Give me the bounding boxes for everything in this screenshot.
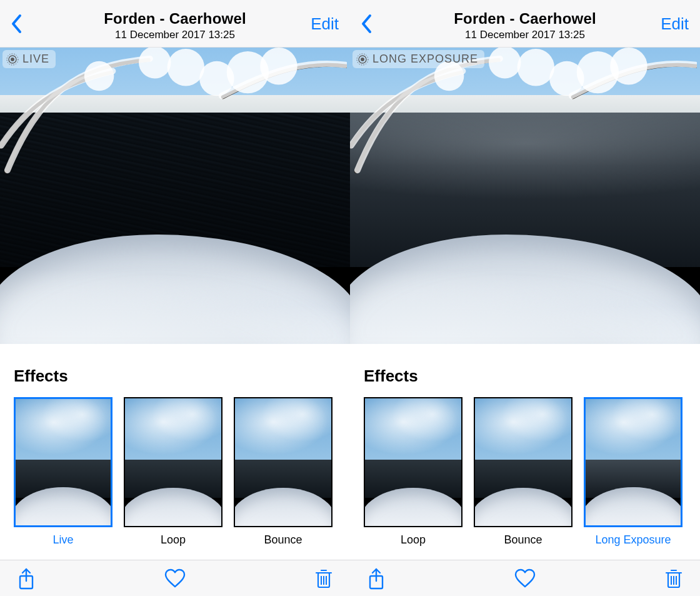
- back-button[interactable]: [9, 11, 24, 36]
- effect-live[interactable]: Live: [14, 397, 112, 547]
- chevron-left-icon: [361, 14, 372, 34]
- effect-label: Loop: [364, 533, 462, 547]
- effect-label: Long Exposure: [584, 533, 682, 547]
- photo-scene: [350, 48, 700, 344]
- effects-row[interactable]: LiveLoopBounceLong Exposure: [14, 397, 336, 547]
- effect-bounce[interactable]: Bounce: [234, 397, 332, 547]
- effect-thumbnail: [14, 397, 112, 527]
- main-photo[interactable]: LIVE: [0, 48, 350, 344]
- live-photo-icon: [6, 53, 19, 66]
- effect-loop[interactable]: Loop: [364, 397, 462, 547]
- page-title: Forden - Caerhowel: [454, 10, 596, 28]
- effect-label: Bounce: [234, 533, 332, 547]
- back-button[interactable]: [359, 11, 374, 36]
- bottom-toolbar: [0, 560, 350, 596]
- bottom-toolbar: [350, 560, 700, 596]
- screenshot-left: Forden - Caerhowel 11 December 2017 13:2…: [0, 0, 350, 596]
- heart-icon: [164, 568, 186, 588]
- live-photo-icon: [356, 53, 369, 66]
- screenshot-right: Forden - Caerhowel 11 December 2017 13:2…: [350, 0, 700, 596]
- effects-heading: Effects: [14, 366, 336, 386]
- share-button[interactable]: [14, 566, 39, 591]
- page-title: Forden - Caerhowel: [104, 10, 246, 28]
- nav-bar: Forden - Caerhowel 11 December 2017 13:2…: [0, 0, 350, 48]
- effect-loop[interactable]: Loop: [124, 397, 222, 547]
- effect-thumbnail: [124, 397, 222, 527]
- live-photo-badge: LIVE: [2, 50, 56, 68]
- share-icon: [18, 567, 35, 590]
- trash-icon: [664, 568, 683, 589]
- effects-section: Effects LiveLoopBounceLong Exposure: [0, 344, 350, 560]
- badge-text: LIVE: [22, 53, 49, 66]
- nav-bar: Forden - Caerhowel 11 December 2017 13:2…: [350, 0, 700, 48]
- live-photo-badge: LONG EXPOSURE: [352, 50, 484, 68]
- heart-icon: [514, 568, 536, 588]
- share-button[interactable]: [364, 566, 389, 591]
- effect-thumbnail: [474, 397, 572, 527]
- effect-thumbnail: [234, 397, 332, 527]
- favorite-button[interactable]: [162, 566, 188, 591]
- page-subtitle: 11 December 2017 13:25: [465, 29, 585, 41]
- delete-button[interactable]: [661, 566, 686, 591]
- main-photo[interactable]: LONG EXPOSURE: [350, 48, 700, 344]
- effect-thumbnail: [584, 397, 682, 527]
- chevron-left-icon: [11, 14, 22, 34]
- effects-row[interactable]: LoopBounceLong Exposure: [364, 397, 686, 547]
- effect-label: Bounce: [474, 533, 572, 547]
- trash-icon: [314, 568, 333, 589]
- page-subtitle: 11 December 2017 13:25: [115, 29, 235, 41]
- share-icon: [368, 567, 385, 590]
- edit-button[interactable]: Edit: [661, 14, 689, 33]
- photo-scene: [0, 48, 350, 344]
- effects-heading: Effects: [364, 366, 686, 386]
- svg-point-23: [361, 58, 364, 61]
- effects-section: Effects LoopBounceLong Exposure: [350, 344, 700, 560]
- edit-button[interactable]: Edit: [311, 14, 339, 33]
- effect-bounce[interactable]: Bounce: [474, 397, 572, 547]
- effect-longexposure[interactable]: Long Exposure: [584, 397, 682, 547]
- favorite-button[interactable]: [512, 566, 538, 591]
- delete-button[interactable]: [311, 566, 336, 591]
- svg-point-6: [11, 58, 14, 61]
- effect-label: Loop: [124, 533, 222, 547]
- effect-label: Live: [14, 533, 112, 547]
- effect-thumbnail: [364, 397, 462, 527]
- badge-text: LONG EXPOSURE: [372, 53, 478, 66]
